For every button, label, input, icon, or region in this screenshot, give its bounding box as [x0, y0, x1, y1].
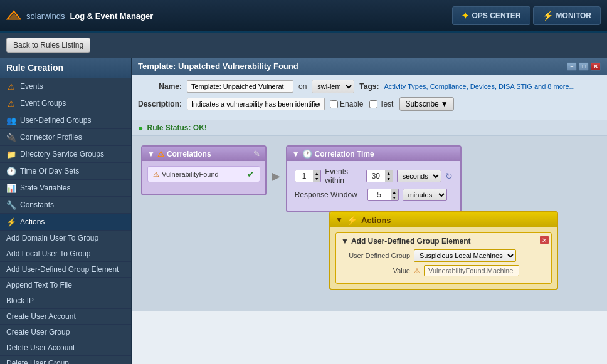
sidebar-action-create-user-group[interactable]: Create User Group: [0, 325, 131, 340]
count-decrement[interactable]: ▼: [385, 176, 393, 182]
action-item-title: Add User-Defined Group Element: [351, 237, 471, 246]
sidebar-item-directory-service-groups[interactable]: 📁 Directory Service Groups: [0, 146, 131, 163]
refresh-icon[interactable]: ↻: [445, 171, 453, 181]
sidebar-action-delete-user-account[interactable]: Delete User Account: [0, 340, 131, 356]
main-layout: Rule Creation ⚠ Events ⚠ Event Groups 👥 …: [0, 58, 607, 364]
sidebar-action-add-user-defined[interactable]: Add User-Defined Group Element: [0, 262, 131, 278]
user-defined-group-label: User Defined Group: [341, 252, 410, 259]
actions-title-icon: ⚡: [347, 215, 357, 225]
sidebar-item-connector-profiles-label: Connector Profiles: [20, 133, 82, 142]
monitor-button[interactable]: ⚡ MONITOR: [533, 6, 601, 25]
directory-service-icon: 📁: [6, 149, 16, 159]
sidebar-item-user-defined-groups[interactable]: 👥 User-Defined Groups: [0, 112, 131, 129]
description-input[interactable]: [187, 98, 325, 110]
back-to-rules-button[interactable]: Back to Rules Listing: [6, 38, 90, 53]
test-checkbox-group: Test: [369, 100, 393, 108]
maximize-button[interactable]: □: [579, 62, 589, 71]
response-unit-select[interactable]: minutes seconds hours: [403, 189, 447, 201]
sidebar-action-block-ip[interactable]: Block IP: [0, 293, 131, 309]
actions-panel-box: ▼ ⚡ Actions ▼ Add User-Defined Group Ele…: [329, 211, 558, 290]
enable-checkbox-group: Enable: [330, 100, 363, 108]
test-label: Test: [379, 100, 393, 108]
status-row: ● Rule Status: OK!: [132, 120, 607, 136]
description-label: Description:: [138, 100, 182, 108]
minimize-button[interactable]: −: [567, 62, 577, 71]
count-increment[interactable]: ▲: [385, 170, 393, 176]
sidebar-action-create-user-account[interactable]: Create User Account: [0, 309, 131, 325]
sidebar-item-events[interactable]: ⚠ Events: [0, 78, 131, 95]
sidebar-item-event-groups-label: Event Groups: [20, 99, 66, 108]
value-warning-icon: ⚠: [414, 267, 420, 275]
corr-warning-icon: ⚠: [153, 170, 159, 179]
enable-checkbox[interactable]: [330, 100, 338, 108]
header-nav: ✦ OPS CENTER ⚡ MONITOR: [452, 6, 601, 25]
ops-center-button[interactable]: ✦ OPS CENTER: [452, 6, 530, 25]
sidebar-action-add-local[interactable]: Add Local User To Group: [0, 246, 131, 262]
time-unit-select[interactable]: seconds minutes hours: [397, 170, 441, 182]
name-label: Name:: [138, 82, 182, 91]
action-close-button[interactable]: ✕: [540, 236, 549, 244]
sidebar-item-constants[interactable]: 🔧 Constants: [0, 197, 131, 214]
on-select[interactable]: swi-lem: [312, 80, 354, 93]
sidebar-action-add-domain[interactable]: Add Domain User To Group: [0, 231, 131, 246]
response-increment[interactable]: ▲: [391, 189, 398, 195]
response-spinner-buttons[interactable]: ▲ ▼: [391, 189, 398, 200]
tags-value[interactable]: Activity Types, Compliance, Devices, DIS…: [384, 83, 574, 90]
tags-label: Tags:: [359, 82, 379, 91]
ops-center-icon: ✦: [462, 11, 469, 21]
subscribe-label: Subscribe: [405, 100, 438, 108]
correlation-time-panel-box: ▼ 🕐 Correlation Time 1 ▲ ▼: [286, 145, 462, 212]
response-value: 5: [368, 189, 391, 200]
actions-body: ▼ Add User-Defined Group Element ✕ User …: [330, 227, 557, 289]
state-variables-icon: 📊: [6, 183, 16, 193]
response-decrement[interactable]: ▼: [391, 195, 398, 200]
events-count-spinner[interactable]: 30 ▲ ▼: [366, 170, 393, 182]
sidebar: Rule Creation ⚠ Events ⚠ Event Groups 👥 …: [0, 58, 132, 364]
form-area: Name: on swi-lem Tags: Activity Types, C…: [132, 75, 607, 120]
user-defined-groups-icon: 👥: [6, 115, 16, 125]
action-item-header: ▼ Add User-Defined Group Element: [341, 237, 546, 246]
close-button[interactable]: ✕: [591, 62, 601, 71]
collapse-icon[interactable]: ▼: [147, 150, 155, 159]
sidebar-action-append-text[interactable]: Append Text To File: [0, 278, 131, 293]
events-spinner-buttons[interactable]: ▲ ▼: [313, 170, 320, 182]
collapse-icon2[interactable]: ▼: [292, 150, 300, 159]
logo-area: solarwinds Log & Event Manager: [6, 9, 153, 22]
sidebar-item-state-variables[interactable]: 📊 State Variables: [0, 180, 131, 197]
correlation-time-panel: ▼ 🕐 Correlation Time 1 ▲ ▼: [286, 145, 462, 212]
solarwinds-logo-icon: [6, 9, 21, 22]
name-input[interactable]: [187, 80, 293, 93]
response-spinner[interactable]: 5 ▲ ▼: [367, 189, 399, 201]
count-spinner-buttons[interactable]: ▲ ▼: [385, 170, 393, 182]
subscribe-button[interactable]: Subscribe ▼: [399, 97, 453, 111]
correlation-time-label: Correlation Time: [315, 150, 374, 159]
test-checkbox[interactable]: [369, 100, 377, 108]
correlations-title: ▼ ⚠ Correlations: [147, 150, 211, 159]
event-groups-icon: ⚠: [6, 98, 16, 108]
template-window-controls: − □ ✕: [567, 62, 601, 71]
events-decrement[interactable]: ▼: [313, 176, 320, 182]
user-defined-group-select[interactable]: Suspicious Local Machines: [414, 249, 516, 262]
correlation-item: ⚠ VulnerabilityFound ✔: [147, 166, 260, 182]
value-input[interactable]: [424, 265, 519, 276]
action-item-add-user-defined: ▼ Add User-Defined Group Element ✕ User …: [335, 232, 552, 284]
actions-icon: ⚡: [6, 217, 16, 227]
events-increment[interactable]: ▲: [313, 170, 320, 176]
correlations-edit-icon[interactable]: ✎: [253, 149, 260, 159]
correlations-panel-box: ▼ ⚠ Correlations ✎ ⚠ VulnerabilityFound …: [141, 145, 267, 195]
response-window-label: Response Window: [295, 190, 364, 199]
correlations-panel: ▼ ⚠ Correlations ✎ ⚠ VulnerabilityFound …: [141, 145, 267, 195]
sidebar-item-event-groups[interactable]: ⚠ Event Groups: [0, 95, 131, 112]
events-spinner[interactable]: 1 ▲ ▼: [295, 170, 322, 182]
monitor-icon: ⚡: [542, 11, 553, 21]
clock-icon: 🕐: [302, 149, 312, 159]
corr-check-icon[interactable]: ✔: [247, 169, 255, 179]
actions-collapse-icon[interactable]: ▼: [335, 216, 343, 224]
sidebar-item-time-of-day-sets[interactable]: 🕐 Time Of Day Sets: [0, 163, 131, 180]
action-collapse-icon[interactable]: ▼: [341, 237, 349, 246]
sidebar-item-connector-profiles[interactable]: 🔌 Connector Profiles: [0, 129, 131, 146]
sidebar-item-actions[interactable]: ⚡ Actions: [0, 214, 131, 231]
status-ok-icon: ●: [138, 123, 143, 133]
sidebar-action-delete-user-group[interactable]: Delete User Group: [0, 356, 131, 364]
events-within-row: 1 ▲ ▼ Events within 30 ▲: [295, 167, 453, 185]
